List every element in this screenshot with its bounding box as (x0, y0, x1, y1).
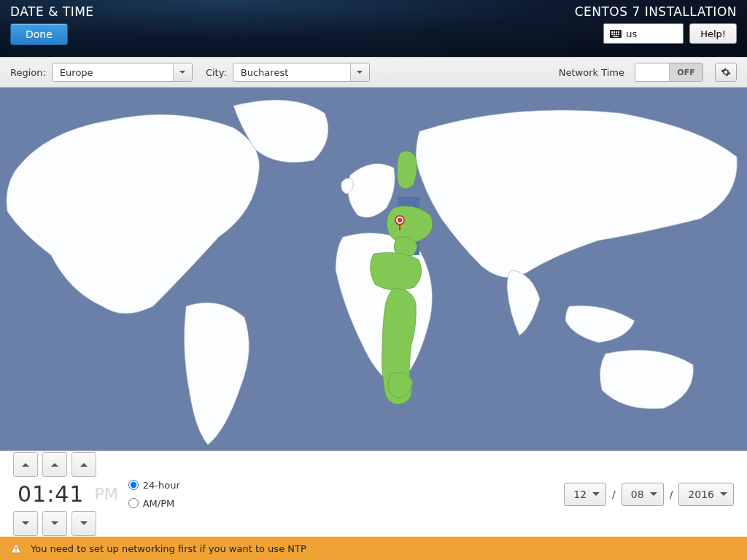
radio-ampm[interactable]: AM/PM (128, 498, 180, 509)
page-title: DATE & TIME (10, 4, 94, 19)
svg-rect-8 (618, 34, 619, 35)
meridiem-display: PM (94, 485, 117, 503)
time-date-panel: 01:41 PM 24-hour AM/PM 12 / 08 / 2016 (0, 451, 747, 537)
keyboard-layout-indicator[interactable]: us (603, 23, 684, 44)
svg-rect-15 (15, 547, 16, 550)
keyboard-icon (610, 30, 622, 38)
svg-point-14 (398, 219, 401, 222)
region-value: Europe (53, 67, 173, 78)
warning-bar: You need to set up networking first if y… (0, 537, 747, 560)
warning-text: You need to set up networking first if y… (31, 543, 306, 554)
timezone-map[interactable] (0, 88, 747, 451)
ampm-down-button[interactable] (71, 511, 96, 536)
radio-24hour-label: 24-hour (143, 480, 180, 491)
svg-rect-5 (611, 34, 613, 35)
gear-icon (721, 67, 731, 77)
installer-title: CENTOS 7 INSTALLATION (575, 4, 737, 19)
network-time-toggle[interactable]: OFF (635, 63, 703, 82)
svg-rect-6 (614, 34, 615, 35)
network-time-label: Network Time (559, 67, 624, 78)
radio-ampm-input[interactable] (128, 498, 139, 508)
month-combo[interactable]: 12 (564, 483, 606, 506)
ntp-settings-button[interactable] (715, 63, 737, 82)
radio-ampm-label: AM/PM (143, 498, 175, 509)
keyboard-layout-label: us (626, 28, 637, 39)
header-bar: DATE & TIME Done CENTOS 7 INSTALLATION u… (0, 0, 747, 57)
region-label: Region: (10, 67, 46, 78)
toggle-on (635, 63, 669, 81)
year-combo[interactable]: 2016 (678, 483, 734, 506)
hour-down-button[interactable] (13, 511, 38, 536)
city-label: City: (206, 67, 227, 78)
radio-24hour[interactable]: 24-hour (128, 480, 180, 491)
done-button[interactable]: Done (10, 23, 68, 45)
region-combo[interactable]: Europe (52, 63, 193, 82)
time-format-radios: 24-hour AM/PM (128, 480, 180, 509)
svg-rect-16 (15, 551, 16, 551)
chevron-down-icon (350, 63, 369, 81)
svg-rect-2 (614, 31, 615, 33)
svg-rect-3 (616, 31, 617, 33)
date-sep: / (612, 489, 616, 500)
warning-icon (10, 542, 22, 554)
chevron-down-icon (173, 63, 192, 81)
ampm-up-button[interactable] (71, 452, 96, 477)
date-group: 12 / 08 / 2016 (564, 483, 734, 506)
selector-bar: Region: Europe City: Bucharest Network T… (0, 57, 747, 88)
help-button[interactable]: Help! (689, 23, 737, 44)
radio-24hour-input[interactable] (128, 480, 139, 490)
minute-up-button[interactable] (42, 452, 67, 477)
city-combo[interactable]: Bucharest (233, 63, 370, 82)
city-value: Bucharest (233, 67, 350, 78)
svg-rect-4 (618, 31, 619, 33)
day-combo[interactable]: 08 (622, 483, 664, 506)
svg-rect-9 (613, 36, 619, 37)
time-display: 01:41 (13, 481, 88, 507)
date-sep: / (670, 489, 673, 500)
toggle-off: OFF (669, 63, 703, 81)
hour-up-button[interactable] (13, 452, 38, 477)
svg-rect-1 (611, 31, 613, 33)
svg-rect-7 (616, 34, 617, 35)
minute-down-button[interactable] (42, 511, 67, 536)
